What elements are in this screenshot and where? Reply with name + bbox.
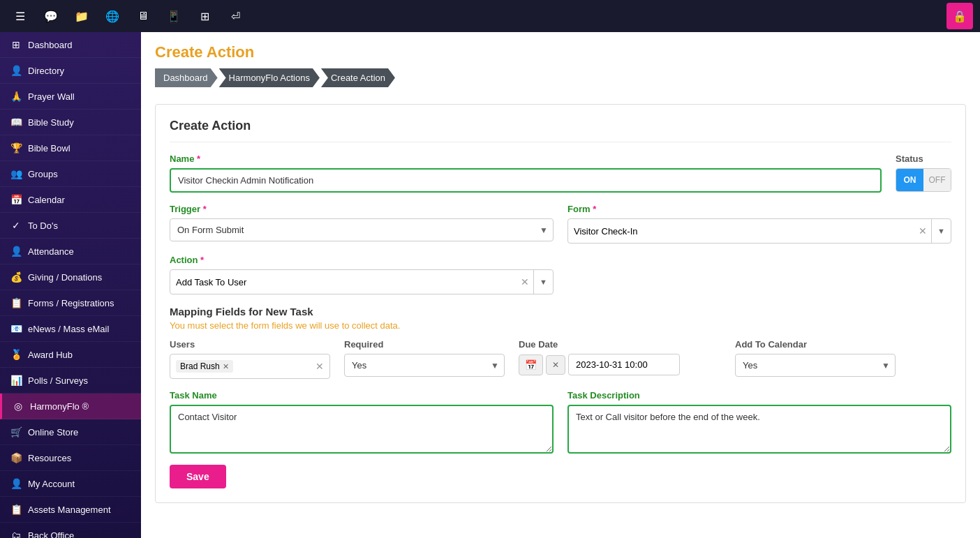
add-to-calendar-group: Add To Calendar Yes No ▼ [735, 339, 896, 377]
sidebar-label-directory: Directory [28, 66, 64, 76]
monitor-icon-btn[interactable]: 🖥 [130, 3, 156, 29]
sidebar-item-directory[interactable]: 👤 Directory [0, 58, 141, 84]
sidebar-item-my-account[interactable]: 👤 My Account [0, 471, 141, 497]
attendance-icon: 👤 [10, 246, 22, 257]
sidebar-item-polls[interactable]: 📊 Polls / Surveys [0, 368, 141, 394]
sidebar-label-dashboard: Dashboard [28, 40, 73, 50]
breadcrumb: Dashboard HarmonyFlo Actions Create Acti… [155, 68, 966, 87]
due-date-label: Due Date [519, 339, 721, 350]
task-name-label: Task Name [170, 390, 554, 401]
task-description-label: Task Description [567, 390, 951, 401]
name-label: Name * [170, 154, 882, 164]
user-tag-remove[interactable]: ✕ [223, 362, 229, 371]
users-tag-input[interactable]: Brad Rush ✕ ✕ [170, 354, 330, 379]
sidebar-item-attendance[interactable]: 👤 Attendance [0, 239, 141, 264]
directory-icon: 👤 [10, 65, 22, 76]
add-to-calendar-select[interactable]: Yes No [735, 354, 896, 377]
trigger-form-row: Trigger * On Form Submit ▼ Form * [170, 204, 951, 244]
forms-icon: 📋 [10, 297, 22, 308]
due-date-wrapper: 📅 ✕ [519, 354, 721, 375]
action-label: Action * [170, 255, 554, 265]
trigger-group: Trigger * On Form Submit ▼ [170, 204, 554, 241]
lock-icon[interactable]: 🔒 [946, 3, 973, 29]
status-toggle[interactable]: ON OFF [896, 168, 951, 192]
due-date-input[interactable] [568, 354, 680, 375]
sidebar-item-forms[interactable]: 📋 Forms / Registrations [0, 290, 141, 316]
sidebar-item-bible-study[interactable]: 📖 Bible Study [0, 110, 141, 135]
sidebar-item-groups[interactable]: 👥 Groups [0, 161, 141, 187]
form-field-label: Form * [567, 204, 951, 214]
main-layout: ⊞ Dashboard 👤 Directory 🙏 Prayer Wall 📖 … [0, 32, 980, 538]
sidebar-item-assets[interactable]: 📋 Assets Management [0, 497, 141, 523]
action-select[interactable]: Add Task To User [170, 277, 517, 287]
name-status-row: Name * Status ON OFF [170, 154, 951, 193]
sidebar-item-giving[interactable]: 💰 Giving / Donations [0, 264, 141, 290]
chat-icon-btn[interactable]: 💬 [38, 3, 64, 29]
sidebar-item-calendar[interactable]: 📅 Calendar [0, 187, 141, 213]
sidebar-label-store: Online Store [28, 427, 78, 438]
users-label: Users [170, 339, 330, 350]
form-card: Create Action Name * Status ON OFF [155, 104, 966, 503]
mapping-section: Mapping Fields for New Task You must sel… [170, 306, 951, 488]
polls-icon: 📊 [10, 375, 22, 386]
form-field-group: Form * Visitor Check-In ✕ ▼ [567, 204, 951, 244]
sidebar-label-todos: To Do's [28, 221, 58, 231]
enews-icon: 📧 [10, 323, 22, 334]
bible-study-icon: 📖 [10, 117, 22, 128]
sidebar-label-forms: Forms / Registrations [28, 298, 114, 308]
users-clear-btn[interactable]: ✕ [315, 361, 324, 372]
breadcrumb-harmonyflo-actions[interactable]: HarmonyFlo Actions [219, 68, 320, 87]
task-description-textarea[interactable] [567, 405, 951, 454]
sidebar-item-online-store[interactable]: 🛒 Online Store [0, 419, 141, 445]
content-area: Create Action Dashboard HarmonyFlo Actio… [141, 32, 980, 538]
logout-icon-btn[interactable]: ⏎ [222, 3, 248, 29]
breadcrumb-dashboard[interactable]: Dashboard [155, 68, 218, 87]
breadcrumb-create-action[interactable]: Create Action [321, 68, 395, 87]
sidebar-label-calendar: Calendar [28, 195, 65, 205]
required-select-wrapper: Yes No ▼ [344, 354, 505, 377]
grid-icon-btn[interactable]: ⊞ [191, 3, 218, 29]
sidebar-item-dashboard[interactable]: ⊞ Dashboard [0, 32, 141, 58]
sidebar-item-back-office[interactable]: 🗂 Back Office [0, 523, 141, 538]
action-clear-btn[interactable]: ✕ [517, 276, 533, 287]
trigger-select[interactable]: On Form Submit [170, 218, 554, 241]
top-toolbar: ☰ 💬 📁 🌐 🖥 📱 ⊞ ⏎ 🔒 [0, 0, 980, 32]
name-input[interactable] [170, 168, 882, 193]
required-select[interactable]: Yes No [344, 354, 505, 377]
sidebar-item-prayer-wall[interactable]: 🙏 Prayer Wall [0, 84, 141, 110]
globe-icon-btn[interactable]: 🌐 [99, 3, 126, 29]
sidebar: ⊞ Dashboard 👤 Directory 🙏 Prayer Wall 📖 … [0, 32, 141, 538]
assets-icon: 📋 [10, 504, 22, 515]
sidebar-item-enews[interactable]: 📧 eNews / Mass eMail [0, 316, 141, 342]
my-account-icon: 👤 [10, 478, 22, 489]
mapping-note: You must select the form fields we will … [170, 320, 951, 331]
task-name-textarea[interactable] [170, 405, 554, 454]
save-row: Save [170, 465, 951, 488]
action-select-wrapper: Add Task To User ✕ ▼ [170, 269, 554, 294]
task-name-group: Task Name [170, 390, 554, 454]
sidebar-item-harmonyflo[interactable]: ◎ HarmonyFlo ® [0, 394, 141, 419]
sidebar-item-todos[interactable]: ✓ To Do's [0, 213, 141, 239]
action-dropdown-btn[interactable]: ▼ [533, 270, 553, 294]
folder-icon-btn[interactable]: 📁 [68, 3, 95, 29]
harmonyflo-icon: ◎ [12, 401, 24, 412]
tablet-icon-btn[interactable]: 📱 [161, 3, 187, 29]
menu-icon-btn[interactable]: ☰ [7, 3, 34, 29]
due-date-clear-btn[interactable]: ✕ [546, 355, 565, 375]
sidebar-item-resources[interactable]: 📦 Resources [0, 445, 141, 471]
form-field-dropdown-btn[interactable]: ▼ [931, 219, 951, 243]
calendar-picker-btn[interactable]: 📅 [519, 354, 543, 375]
sidebar-label-harmonyflo: HarmonyFlo ® [30, 401, 89, 412]
form-field-select[interactable]: Visitor Check-In [568, 226, 914, 237]
save-button[interactable]: Save [170, 465, 226, 488]
mapping-fields-row: Users Brad Rush ✕ ✕ Required [170, 339, 951, 379]
sidebar-item-award-hub[interactable]: 🏅 Award Hub [0, 342, 141, 368]
giving-icon: 💰 [10, 271, 22, 283]
sidebar-label-polls: Polls / Surveys [28, 375, 88, 386]
sidebar-item-bible-bowl[interactable]: 🏆 Bible Bowl [0, 135, 141, 161]
sidebar-label-attendance: Attendance [28, 246, 74, 257]
sidebar-label-bible-study: Bible Study [28, 117, 74, 128]
form-field-clear-btn[interactable]: ✕ [914, 225, 931, 237]
user-tag-label: Brad Rush [180, 361, 220, 371]
task-row: Task Name Task Description [170, 390, 951, 454]
